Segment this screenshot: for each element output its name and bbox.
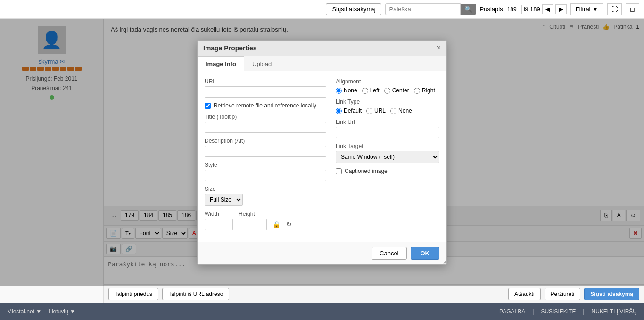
from-url-button[interactable]: Talpinti iš URL adreso bbox=[162, 288, 229, 300]
link-type-group: Link Type Default URL bbox=[336, 98, 439, 114]
link-target-select[interactable]: Same Window (_self) New Window Top Windo… bbox=[336, 151, 439, 163]
link-default-label[interactable]: Default bbox=[336, 107, 362, 114]
page-label: Puslapis bbox=[480, 6, 503, 13]
align-right-text: Right bbox=[422, 87, 435, 94]
link-none-radio[interactable] bbox=[390, 108, 396, 114]
link-target-label: Link Target bbox=[336, 143, 439, 149]
page-total: 189 bbox=[530, 6, 540, 13]
search-input[interactable] bbox=[385, 3, 461, 15]
alignment-label: Alignment bbox=[336, 78, 439, 85]
desc-group: Description (Alt) bbox=[205, 138, 326, 157]
top-bar: Siųsti atsakymą 🔍 Puslapis iš 189 ◀ ▶ Fi… bbox=[0, 0, 644, 19]
footer-top-link[interactable]: NUKELTI Į VIRŠŲ bbox=[592, 308, 637, 315]
expand-icon-button[interactable]: ⛶ bbox=[607, 3, 622, 15]
title-input[interactable] bbox=[205, 122, 326, 133]
retrieve-checkbox[interactable] bbox=[205, 103, 211, 109]
title-label: Title (Tooltip) bbox=[205, 114, 326, 120]
page-next-button[interactable]: ▶ bbox=[555, 4, 567, 14]
modal-ok-button[interactable]: OK bbox=[411, 247, 440, 260]
page-number-input[interactable] bbox=[505, 5, 522, 14]
page-prev-button[interactable]: ◀ bbox=[542, 4, 553, 14]
link-type-label: Link Type bbox=[336, 98, 439, 105]
search-button[interactable]: 🔍 bbox=[461, 4, 476, 15]
modal-header: Image Properties × bbox=[198, 41, 446, 56]
bottom-right-buttons: Atšaukti Peržiūrėti Siųsti atsakymą bbox=[508, 288, 639, 300]
retrieve-label: Retrieve remote file and reference local… bbox=[214, 102, 316, 109]
filtrai-label: Filtrai bbox=[576, 6, 591, 13]
attach-button[interactable]: Talpinti priedus bbox=[108, 288, 158, 300]
captioned-checkbox[interactable] bbox=[336, 168, 342, 174]
size-group: Size Full Size bbox=[205, 186, 326, 206]
link-default-radio[interactable] bbox=[336, 108, 342, 114]
url-label: URL bbox=[205, 78, 326, 85]
style-group: Style bbox=[205, 162, 326, 181]
style-label: Style bbox=[205, 162, 326, 168]
link-url-radio[interactable] bbox=[366, 108, 372, 114]
page-separator: iš bbox=[524, 6, 528, 13]
width-input[interactable] bbox=[205, 219, 233, 230]
modal-right-column: Alignment None Left bbox=[336, 78, 439, 235]
footer-brand-text: Miestai.net bbox=[7, 308, 34, 315]
modal-resize-handle[interactable]: ◢ bbox=[441, 259, 446, 264]
send-answer-button[interactable]: Siųsti atsakymą bbox=[584, 288, 639, 300]
footer-sep-2: | bbox=[583, 308, 584, 315]
align-none-label[interactable]: None bbox=[336, 87, 357, 94]
modal-footer: Cancel OK bbox=[198, 242, 446, 264]
style-input[interactable] bbox=[205, 170, 326, 181]
footer-sep-1: | bbox=[532, 308, 534, 315]
modal-title: Image Properties bbox=[203, 44, 257, 52]
url-input[interactable] bbox=[205, 86, 326, 98]
align-none-text: None bbox=[344, 87, 357, 94]
url-group: URL bbox=[205, 78, 326, 98]
size-label: Size bbox=[205, 186, 326, 192]
height-input[interactable] bbox=[239, 219, 267, 230]
link-url-label[interactable]: URL bbox=[366, 107, 386, 114]
captioned-row: Captioned image bbox=[336, 168, 439, 174]
align-right-label[interactable]: Right bbox=[414, 87, 435, 94]
footer: Miestai.net ▼ Lietuvių ▼ PAGALBA | SUSIS… bbox=[0, 303, 644, 320]
tab-image-info[interactable]: Image Info bbox=[198, 56, 244, 71]
link-url-group: Link Url bbox=[336, 119, 439, 138]
align-left-text: Left bbox=[370, 87, 380, 94]
size-row: Full Size bbox=[205, 194, 326, 206]
align-right-radio[interactable] bbox=[414, 88, 420, 94]
dimensions-row: Width Height 🔒 ↻ bbox=[205, 211, 326, 230]
modal-overlay: Image Properties × Image Info Upload URL bbox=[0, 19, 644, 286]
lock-icon[interactable]: 🔒 bbox=[272, 221, 281, 228]
footer-help-link[interactable]: PAGALBA bbox=[499, 308, 525, 315]
filtrai-button[interactable]: Filtrai ▼ bbox=[570, 3, 603, 15]
footer-contact-link[interactable]: SUSISIEKITE bbox=[541, 308, 576, 315]
page-info: Puslapis iš 189 ◀ ▶ bbox=[480, 4, 567, 14]
height-group: Height bbox=[239, 211, 267, 230]
footer-right: PAGALBA | SUSISIEKITE | NUKELTI Į VIRŠŲ bbox=[499, 308, 637, 315]
tab-upload[interactable]: Upload bbox=[244, 56, 280, 71]
align-center-text: Center bbox=[392, 87, 409, 94]
cancel-button[interactable]: Atšaukti bbox=[508, 288, 541, 300]
size-dropdown[interactable]: Full Size bbox=[205, 194, 243, 206]
desc-label: Description (Alt) bbox=[205, 138, 326, 144]
link-url-input[interactable] bbox=[336, 127, 439, 138]
top-send-button[interactable]: Siųsti atsakymą bbox=[326, 3, 381, 15]
footer-lang-text: Lietuvių bbox=[49, 308, 68, 315]
desc-input[interactable] bbox=[205, 146, 326, 157]
height-label: Height bbox=[239, 211, 267, 217]
align-left-radio[interactable] bbox=[362, 88, 368, 94]
alignment-group: Alignment None Left bbox=[336, 78, 439, 94]
align-center-radio[interactable] bbox=[384, 88, 390, 94]
refresh-icon[interactable]: ↻ bbox=[286, 221, 292, 228]
footer-lang[interactable]: Lietuvių ▼ bbox=[49, 308, 75, 315]
align-left-label[interactable]: Left bbox=[362, 87, 380, 94]
footer-left: Miestai.net ▼ Lietuvių ▼ bbox=[7, 308, 75, 315]
footer-brand[interactable]: Miestai.net ▼ bbox=[7, 308, 41, 315]
captioned-label: Captioned image bbox=[345, 168, 388, 174]
align-none-radio[interactable] bbox=[336, 88, 342, 94]
preview-button[interactable]: Peržiūrėti bbox=[545, 288, 581, 300]
bottom-left-buttons: Talpinti priedus Talpinti iš URL adreso bbox=[108, 288, 229, 300]
link-none-label[interactable]: None bbox=[390, 107, 412, 114]
align-center-label[interactable]: Center bbox=[384, 87, 409, 94]
modal-body: URL Retrieve remote file and reference l… bbox=[198, 71, 446, 242]
modal-cancel-button[interactable]: Cancel bbox=[372, 247, 406, 260]
window-icon-button[interactable]: ◻ bbox=[626, 3, 639, 15]
title-group: Title (Tooltip) bbox=[205, 114, 326, 133]
modal-close-button[interactable]: × bbox=[437, 44, 441, 52]
